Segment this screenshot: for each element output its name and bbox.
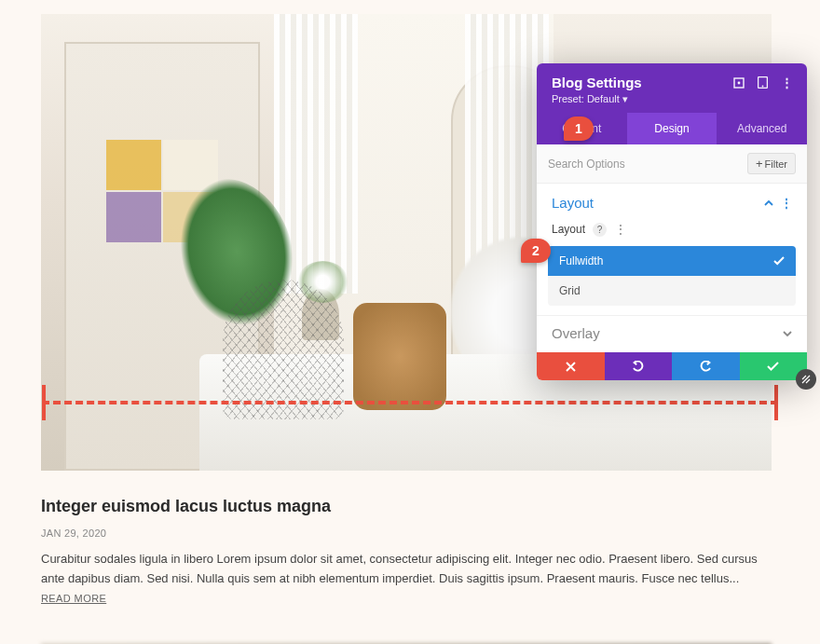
resize-handle[interactable] xyxy=(796,369,816,390)
chevron-up-icon[interactable] xyxy=(764,200,773,206)
search-input[interactable]: Search Options xyxy=(548,158,747,171)
action-bar xyxy=(537,352,807,380)
filter-button[interactable]: +Filter xyxy=(747,153,796,174)
layout-section-header[interactable]: Layout ⋮ xyxy=(537,184,807,222)
post-title[interactable]: Integer euismod lacus luctus magna xyxy=(41,497,779,516)
undo-button[interactable] xyxy=(605,352,673,380)
panel-title: Blog Settings xyxy=(552,75,642,90)
layout-section-title: Layout xyxy=(552,195,594,211)
tablet-icon[interactable] xyxy=(758,76,768,89)
image-wire-chair xyxy=(223,280,344,419)
redo-icon xyxy=(699,361,712,372)
check-icon xyxy=(773,256,785,266)
panel-header[interactable]: Blog Settings ⋮ Preset: Default ▾ xyxy=(537,63,807,113)
close-icon xyxy=(566,362,576,372)
post-date: JAN 29, 2020 xyxy=(41,528,779,539)
cancel-button[interactable] xyxy=(537,352,605,380)
tab-advanced[interactable]: Advanced xyxy=(717,113,807,144)
expand-icon[interactable] xyxy=(733,77,745,89)
svg-point-3 xyxy=(762,86,764,88)
preset-selector[interactable]: Preset: Default ▾ xyxy=(552,93,792,105)
width-indicator-dashed xyxy=(42,401,778,429)
layout-options: Fullwidth Grid xyxy=(548,246,796,306)
check-icon xyxy=(767,362,779,371)
overlay-section-title: Overlay xyxy=(552,325,600,341)
callout-2: 2 xyxy=(521,239,551,263)
help-icon[interactable]: ? xyxy=(593,223,607,237)
tab-design[interactable]: Design xyxy=(627,113,718,144)
undo-icon xyxy=(632,361,645,372)
settings-panel: Blog Settings ⋮ Preset: Default ▾ Conten… xyxy=(537,63,807,380)
more-icon[interactable]: ⋮ xyxy=(781,75,792,89)
svg-point-1 xyxy=(738,81,741,84)
overlay-section-header[interactable]: Overlay xyxy=(537,315,807,352)
search-row: Search Options +Filter xyxy=(537,144,807,184)
layout-label: Layout xyxy=(552,223,585,236)
layout-more-icon[interactable]: ⋮ xyxy=(614,222,627,237)
layout-option-fullwidth[interactable]: Fullwidth xyxy=(548,246,796,276)
layout-label-row: Layout ? ⋮ xyxy=(537,222,807,246)
chevron-down-icon[interactable] xyxy=(783,331,792,336)
callout-1: 1 xyxy=(564,116,594,141)
layout-option-grid[interactable]: Grid xyxy=(548,276,796,306)
post-excerpt: Curabitur sodales ligula in libero Lorem… xyxy=(41,550,779,589)
image-wood-chair xyxy=(353,303,446,461)
section-more-icon[interactable]: ⋮ xyxy=(781,197,792,210)
redo-button[interactable] xyxy=(672,352,740,380)
read-more-link[interactable]: READ MORE xyxy=(41,593,106,604)
